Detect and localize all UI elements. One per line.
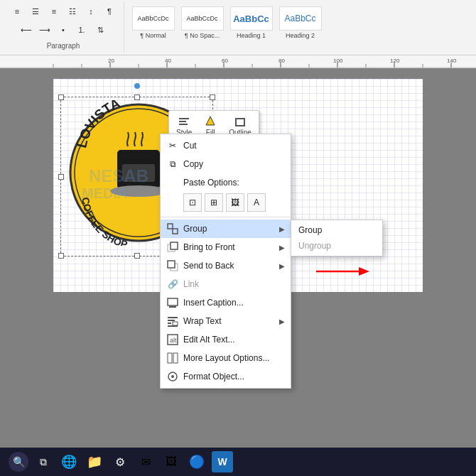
ctx-insert-caption[interactable]: Insert Caption... [161,293,291,312]
paste-icon-2[interactable]: ⊞ [205,193,223,212]
ctx-wrap-text[interactable]: Wrap Text ▶ [161,312,291,330]
paragraph-section: ≡ ☰ ≡ ☷ ↕ ¶ ⟵ ⟶ • 1. ⇅ Paragraph [3,1,124,53]
svg-rect-48 [168,323,171,324]
numbering-btn[interactable]: 1. [73,21,90,38]
taskbar-search[interactable]: 🔍 [9,452,28,472]
cut-icon: ✂ [166,139,179,152]
bullets-btn[interactable]: • [55,21,72,38]
alt-text-icon: alt [166,333,179,346]
sub-group[interactable]: Group [291,222,382,238]
copy-icon: ⧉ [166,158,179,171]
ctx-copy[interactable]: ⧉ Copy [161,155,291,173]
taskbar: 🔍 ⧉ 🌐 📁 ⚙ ✉ 🖼 🔵 W [0,448,476,476]
style-no-spacing[interactable]: AaBbCcDc ¶ No Spac... [179,4,225,41]
ctx-cut-label: Cut [183,141,197,151]
align-right-btn[interactable]: ≡ [45,3,63,20]
send-back-arrow: ▶ [279,262,285,270]
sub-ungroup-label: Ungroup [298,241,331,251]
ctx-bring-front-label: Bring to Front [183,242,235,252]
fill-icon [203,114,217,129]
paste-icon-4[interactable]: A [247,193,266,212]
ctx-edit-alt-text[interactable]: alt Edit Alt Text... [161,330,291,349]
style-heading2[interactable]: AaBbCc Heading 2 [277,4,323,41]
style-no-spacing-preview: AaBbCcDc [181,6,224,31]
ctx-wrap-text-label: Wrap Text [183,316,222,326]
svg-rect-53 [173,353,178,363]
sort-btn[interactable]: ⇅ [92,21,109,38]
taskbar-chrome[interactable]: 🔵 [186,451,207,472]
svg-text:120: 120 [390,58,400,64]
svg-rect-44 [169,306,176,308]
taskbar-taskview[interactable]: ⧉ [33,451,54,472]
group-submenu: Group Ungroup [291,220,383,256]
styles-section: AaBbCcDc ¶ Normal AaBbCcDc ¶ No Spac... … [124,1,473,44]
ctx-format-object-label: Format Object... [183,372,244,382]
outline-icon [233,114,247,129]
svg-text:80: 80 [278,58,285,64]
indent-left-btn[interactable]: ⟵ [18,21,35,38]
more-layout-icon [166,352,179,364]
ctx-paste-options: Paste Options: [161,173,291,192]
indent-right-btn[interactable]: ⟶ [36,21,53,38]
bring-front-arrow: ▶ [279,244,285,251]
sub-group-label: Group [298,225,322,235]
svg-text:MEDIA: MEDIA [82,185,127,201]
svg-text:alt: alt [170,337,177,344]
svg-rect-46 [168,320,175,321]
style-heading2-label: Heading 2 [286,32,315,39]
group-icon [166,222,179,235]
context-menu: ✂ Cut ⧉ Copy Paste Options: ⊡ ⊞ 🖼 A Grou… [160,134,291,389]
taskbar-explorer[interactable]: 📁 [84,451,105,472]
line-spacing-btn[interactable]: ↕ [82,3,99,20]
paste-icon-row: ⊡ ⊞ 🖼 A [161,192,291,215]
svg-rect-34 [179,121,186,122]
red-arrow-indicator [313,263,369,281]
taskbar-mail[interactable]: ✉ [135,451,156,472]
svg-text:NESAB: NESAB [89,166,148,185]
ctx-bring-to-front[interactable]: Bring to Front ▶ [161,238,291,256]
send-back-icon [166,259,179,272]
paste-icon-1[interactable]: ⊡ [183,193,202,212]
ruler: 20 40 60 80 100 120 140 [0,55,476,68]
svg-rect-0 [0,55,476,68]
ctx-group[interactable]: Group ▶ Group Ungroup [161,220,291,238]
paragraph-marks-btn[interactable]: ¶ [101,3,118,20]
ctx-link: 🔗 Link [161,275,291,293]
style-heading1[interactable]: AaBbCc Heading 1 [228,4,274,41]
sub-ungroup: Ungroup [291,238,382,254]
ribbon-bar: ≡ ☰ ≡ ☷ ↕ ¶ ⟵ ⟶ • 1. ⇅ Paragraph AaBbCcD… [0,0,476,55]
paste-icon-3[interactable]: 🖼 [226,193,244,212]
paragraph-tools: ≡ ☰ ≡ ☷ ↕ ¶ [9,3,118,20]
ctx-more-layout[interactable]: More Layout Options... [161,349,291,367]
align-left-btn[interactable]: ≡ [9,3,26,20]
style-heading1-label: Heading 1 [237,32,266,39]
paste-icon [166,176,179,189]
taskbar-word[interactable]: W [212,451,233,472]
ruler-svg: 20 40 60 80 100 120 140 [0,55,476,68]
svg-point-55 [171,375,174,378]
link-icon: 🔗 [166,278,179,291]
svg-text:20: 20 [108,58,114,64]
svg-rect-49 [168,325,178,327]
style-normal[interactable]: AaBbCcDc ¶ Normal [130,4,176,41]
svg-rect-33 [179,118,189,119]
justify-btn[interactable]: ☷ [64,3,81,20]
taskbar-edge[interactable]: 🌐 [58,451,80,472]
svg-text:60: 60 [222,58,228,64]
svg-rect-52 [168,353,172,363]
style-heading2-preview: AaBbCc [279,6,322,31]
svg-rect-45 [168,317,178,318]
ctx-alt-text-label: Edit Alt Text... [183,335,234,345]
ctx-group-label: Group [183,224,207,234]
taskbar-settings[interactable]: ⚙ [109,451,131,472]
format-object-icon [166,370,179,383]
svg-rect-38 [173,229,178,234]
ctx-format-object[interactable]: Format Object... [161,367,291,386]
ctx-link-label: Link [183,279,199,289]
ctx-send-to-back[interactable]: Send to Back ▶ [161,256,291,275]
ctx-cut[interactable]: ✂ Cut [161,136,291,155]
svg-rect-42 [168,261,175,268]
taskbar-photos[interactable]: 🖼 [161,451,182,472]
svg-rect-35 [179,124,188,125]
align-center-btn[interactable]: ☰ [27,3,44,20]
